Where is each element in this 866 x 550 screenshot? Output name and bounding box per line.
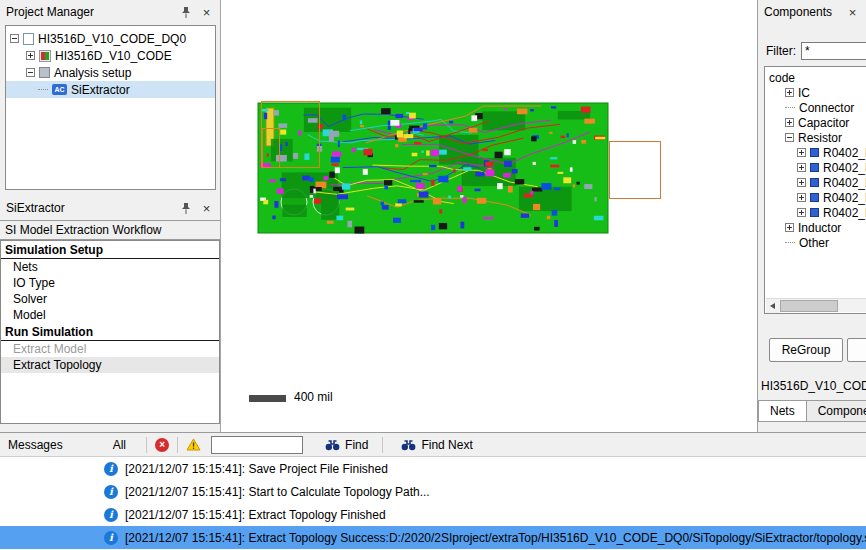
pin-icon[interactable] xyxy=(178,200,193,216)
tree-item-label: HI3516D_V10_CODE xyxy=(55,49,172,63)
workflow-section-title: Simulation Setup xyxy=(1,241,219,259)
expand-icon[interactable] xyxy=(785,223,794,232)
expand-icon[interactable] xyxy=(797,148,806,157)
message-text: [2021/12/07 15:15:41]: Start to Calculat… xyxy=(125,485,430,499)
scale-bar xyxy=(249,395,286,402)
tree-item-inductor[interactable]: Inductor xyxy=(765,220,866,235)
pin-icon[interactable] xyxy=(178,4,193,20)
tree-item-capacitor[interactable]: Capacitor xyxy=(765,115,866,130)
expand-icon[interactable] xyxy=(797,208,806,217)
message-row-selected[interactable]: [2021/12/07 15:15:41]: Extract Topology … xyxy=(0,526,866,549)
expand-icon[interactable] xyxy=(797,178,806,187)
close-icon[interactable]: × xyxy=(199,4,214,20)
binoculars-icon xyxy=(401,439,416,451)
part-icon xyxy=(810,163,819,172)
expand-icon[interactable] xyxy=(797,163,806,172)
collapse-icon[interactable] xyxy=(10,34,19,43)
scale-label: 400 mil xyxy=(294,390,333,404)
tree-item-label: SiExtractor xyxy=(71,83,130,97)
selection-rect[interactable] xyxy=(609,141,661,199)
binoculars-icon xyxy=(325,439,340,451)
project-manager-title: Project Manager xyxy=(6,5,172,19)
regroup-button[interactable]: ReGroup xyxy=(769,338,843,362)
messages-toolbar: Messages All Find Find Next xyxy=(0,432,866,456)
tree-item-code[interactable]: code xyxy=(765,70,866,85)
filter-input[interactable] xyxy=(801,42,866,60)
expand-icon[interactable] xyxy=(797,193,806,202)
collapse-icon[interactable] xyxy=(785,133,794,142)
workflow-item-extract-model[interactable]: Extract Model xyxy=(1,341,219,357)
close-icon[interactable]: × xyxy=(845,4,860,20)
selection-rect[interactable] xyxy=(262,128,280,168)
tree-item-board[interactable]: HI3516D_V10_CODE xyxy=(6,47,215,64)
warning-filter-icon[interactable] xyxy=(186,438,201,451)
filter-all-button[interactable]: All xyxy=(101,435,138,455)
find-button[interactable]: Find xyxy=(319,435,374,455)
tree-item-analysis-setup[interactable]: Analysis setup xyxy=(6,64,215,81)
current-board-label: HI3516D_V10_CODE xyxy=(761,379,866,393)
board-icon xyxy=(39,50,51,62)
tab-nets[interactable]: Nets xyxy=(758,400,806,422)
tree-item-project-root[interactable]: HI3516D_V10_CODE_DQ0 xyxy=(6,30,215,47)
message-text: [2021/12/07 15:15:41]: Save Project File… xyxy=(125,462,388,476)
workflow-item-model[interactable]: Model xyxy=(1,307,219,323)
tree-item-other[interactable]: Other xyxy=(765,235,866,250)
workflow-item-extract-topology[interactable]: Extract Topology xyxy=(1,357,219,373)
toolbar-separator xyxy=(146,437,147,453)
info-icon xyxy=(104,508,118,522)
project-tree: HI3516D_V10_CODE_DQ0 HI3516D_V10_CODE An… xyxy=(5,25,216,190)
tree-item-part[interactable]: R0402_R_SM xyxy=(765,145,866,160)
scroll-left-icon[interactable] xyxy=(766,299,780,313)
tree-connector xyxy=(785,242,795,243)
project-icon xyxy=(23,33,34,45)
tree-item-label: R0402_R_SM xyxy=(823,191,866,205)
tree-item-part[interactable]: R0402_R_SM xyxy=(765,160,866,175)
tree-item-ic[interactable]: IC xyxy=(765,85,866,100)
tree-item-label: R0402_R_SM xyxy=(823,206,866,220)
project-manager-panel: Project Manager × HI3516D_V10_CODE_DQ0 H… xyxy=(0,0,221,196)
combine-button[interactable]: Co xyxy=(847,338,866,362)
siextractor-title: SiExtractor xyxy=(6,201,172,215)
tree-item-label: Other xyxy=(799,236,829,250)
workflow-section-title: Run Simulation xyxy=(1,323,219,341)
message-row[interactable]: [2021/12/07 15:15:41]: Save Project File… xyxy=(0,457,866,480)
workflow-item-nets[interactable]: Nets xyxy=(1,259,219,275)
find-label: Find xyxy=(345,438,368,452)
tree-item-siextractor[interactable]: AC SiExtractor xyxy=(6,81,215,98)
workflow-item-io-type[interactable]: IO Type xyxy=(1,275,219,291)
tree-item-part[interactable]: R0402_R_SM xyxy=(765,175,866,190)
tree-item-part[interactable]: R0402_R_SM xyxy=(765,205,866,220)
workflow-item-solver[interactable]: Solver xyxy=(1,291,219,307)
message-search-input[interactable] xyxy=(211,436,303,454)
analysis-icon xyxy=(39,67,50,78)
find-next-button[interactable]: Find Next xyxy=(395,435,478,455)
siextractor-titlebar: SiExtractor × xyxy=(0,196,220,220)
message-text: [2021/12/07 15:15:41]: Extract Topology … xyxy=(125,508,386,522)
components-tree: code IC Connector Capacitor Resistor xyxy=(764,66,866,314)
info-icon xyxy=(104,485,118,499)
error-filter-icon[interactable] xyxy=(155,438,169,452)
tab-components[interactable]: Components xyxy=(806,400,866,422)
message-row[interactable]: [2021/12/07 15:15:41]: Extract Topology … xyxy=(0,503,866,526)
components-titlebar: Components × xyxy=(758,0,866,24)
tree-item-connector[interactable]: Connector xyxy=(765,100,866,115)
scrollbar-thumb[interactable] xyxy=(780,300,838,312)
part-icon xyxy=(810,208,819,217)
siextractor-panel: SiExtractor × SI Model Extraction Workfl… xyxy=(0,196,221,432)
components-panel: Components × Filter: code IC Connector C… xyxy=(757,0,866,432)
tree-connector xyxy=(38,89,48,90)
horizontal-scrollbar[interactable] xyxy=(766,298,866,312)
close-icon[interactable]: × xyxy=(199,200,214,216)
tree-item-label: R0402_R_SM xyxy=(823,146,866,160)
find-next-label: Find Next xyxy=(421,438,472,452)
tree-item-label: Inductor xyxy=(798,221,841,235)
tree-item-label: Capacitor xyxy=(798,116,849,130)
message-row[interactable]: [2021/12/07 15:15:41]: Start to Calculat… xyxy=(0,480,866,503)
expand-icon[interactable] xyxy=(785,118,794,127)
expand-icon[interactable] xyxy=(785,88,794,97)
tree-item-resistor[interactable]: Resistor xyxy=(765,130,866,145)
expand-icon[interactable] xyxy=(26,51,35,60)
tree-item-part[interactable]: R0402_R_SM xyxy=(765,190,866,205)
collapse-icon[interactable] xyxy=(26,68,35,77)
tree-item-label: R0402_R_SM xyxy=(823,161,866,175)
